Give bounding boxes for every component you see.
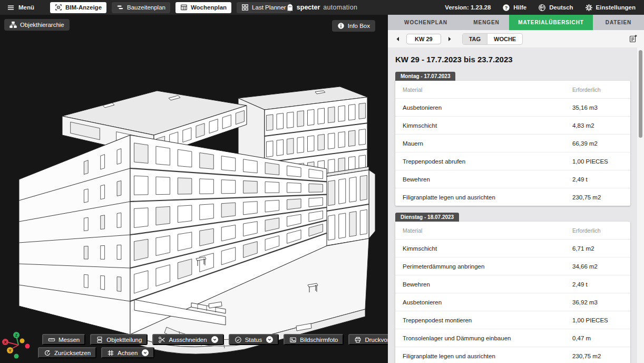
material-row: Bewehren2,49 t [395, 170, 630, 188]
specter-logo: specter automation [287, 0, 357, 15]
gantt-icon [116, 4, 124, 11]
toggle-woche[interactable]: WOCHE [487, 34, 522, 44]
required-quantity: 66,39 m2 [572, 140, 623, 147]
button-label: Zurücksetzen [54, 350, 91, 356]
material-name: Perimeterdämmung anbringen [403, 263, 572, 270]
topbar-right: Version: 1.23.28 ? Hilfe Deutsch Einstel… [445, 4, 644, 12]
required-quantity: 34,66 m2 [572, 263, 623, 270]
panel-scrollbar-thumb[interactable] [639, 50, 642, 138]
nav-label: Last Planner [252, 4, 286, 11]
nav-bim-anzeige[interactable]: BIM-Anzeige [50, 2, 106, 13]
settings-button[interactable]: Einstellungen [585, 4, 636, 12]
svg-text:?: ? [505, 5, 508, 10]
panel-tabs: WOCHENPLAN MENGEN MATERIALÜBERSICHT DATE… [388, 15, 644, 30]
tab-dateien[interactable]: DATEIEN [593, 15, 644, 30]
axis-gizmo[interactable]: Z X Y [1, 329, 34, 363]
column-header-material: Material [403, 227, 572, 234]
column-header-material: Material [403, 87, 572, 93]
day-sections: Montag - 17.07.2023 Material Erforderlic… [395, 71, 630, 363]
required-quantity: 230,75 m2 [572, 353, 623, 359]
required-quantity: 36,92 m3 [572, 299, 623, 305]
object-hierarchy-button[interactable]: Objekthierarchie [4, 19, 70, 31]
required-quantity: 230,75 m2 [572, 194, 623, 200]
bim-viewport[interactable]: Objekthierarchie Info Box Z X Y Messen O… [0, 15, 388, 363]
table-body: Kimmschicht6,71 m2Perimeterdämmung anbri… [395, 239, 630, 363]
achsen-button[interactable]: Achsen [101, 347, 154, 358]
table-header-row: Material Erforderlich [395, 222, 630, 239]
messen-button[interactable]: Messen [42, 334, 85, 345]
panel-scrollbar[interactable] [637, 30, 644, 363]
previous-week-button[interactable] [394, 35, 402, 43]
nav-wochenplan[interactable]: Wochenplan [175, 2, 231, 13]
material-name: Tronsolenlager und Dämmung einbauen [403, 335, 572, 341]
axis-neg-y-ball[interactable] [20, 339, 25, 343]
language-label: Deutsch [549, 4, 573, 11]
button-label: Messen [58, 337, 80, 343]
toggle-tag[interactable]: TAG [463, 34, 487, 44]
required-quantity: 4,83 m2 [572, 122, 623, 129]
material-row: Ausbetonieren35,16 m3 [395, 98, 630, 116]
day-chip-label: Dienstag - 18.07.2023 [401, 214, 454, 220]
menu-button[interactable]: Menü [0, 4, 34, 12]
required-quantity: 1,00 PIECES [572, 158, 623, 165]
objektteilung-button[interactable]: Objektteilung [90, 334, 148, 345]
info-box-label: Info Box [348, 23, 370, 29]
help-button[interactable]: ? Hilfe [502, 4, 526, 12]
nav-bauzeitenplan[interactable]: Bauzeitenplan [112, 2, 170, 13]
required-quantity: 2,49 t [572, 281, 623, 288]
material-name: Kimmschicht [403, 122, 572, 129]
material-row: Bewehren2,49 t [395, 275, 630, 293]
week-selector-button[interactable]: KW 29 [406, 34, 441, 44]
required-quantity: 2,49 t [572, 176, 623, 183]
tab-materialuebersicht[interactable]: MATERIALÜBERSICHT [509, 15, 593, 30]
tab-mengen[interactable]: MENGEN [464, 15, 509, 30]
material-row: Filigranplatte legen und ausrichten230,7… [395, 188, 630, 206]
material-overview-content: KW 29 - 17.7.2023 bis 23.7.2023 Montag -… [388, 47, 644, 363]
axis-neg-z-ball[interactable] [14, 354, 19, 359]
status-dropdown[interactable] [266, 336, 273, 343]
material-row: Ausbetonieren36,92 m3 [395, 293, 630, 311]
zuruecksetzen-button[interactable]: Zurücksetzen [38, 347, 96, 358]
ausschneiden-dropdown[interactable] [211, 336, 218, 343]
column-header-required: Erforderlich [572, 87, 623, 93]
version-label: Version: 1.23.28 [445, 4, 491, 11]
status-button[interactable]: Status [229, 334, 279, 345]
bim-view-icon [55, 4, 62, 11]
language-button[interactable]: Deutsch [538, 4, 573, 12]
info-box-button[interactable]: Info Box [332, 20, 375, 32]
printer-icon [354, 336, 362, 343]
scissors-icon [158, 336, 165, 343]
tab-wochenplan[interactable]: WOCHENPLAN [388, 15, 464, 30]
gear-icon [585, 4, 593, 12]
hamburger-icon [7, 4, 15, 12]
settings-label: Einstellungen [596, 4, 636, 11]
bim-model-3d[interactable] [0, 15, 388, 363]
top-bar: Menü BIM-Anzeige Bauzeitenplan Wochenpla… [0, 0, 644, 15]
nav-last-planner[interactable]: Last Planner [237, 2, 291, 13]
document-plus-icon [629, 34, 638, 43]
material-name: Kimmschicht [403, 245, 572, 252]
status-check-icon [235, 336, 242, 343]
object-hierarchy-label: Objekthierarchie [20, 22, 64, 28]
button-label: Status [245, 337, 262, 343]
druckvorschau-button[interactable]: Druckvorschau [348, 334, 388, 345]
day-chip: Dienstag - 18.07.2023 [395, 213, 459, 222]
chevron-down-icon [143, 350, 148, 355]
next-week-button[interactable] [446, 35, 453, 43]
required-quantity: 0,47 m [572, 335, 623, 341]
ghost-icon [287, 4, 294, 12]
material-row: Treppenpodest montieren1,00 PIECES [395, 311, 630, 329]
week-heading: KW 29 - 17.7.2023 bis 23.7.2023 [395, 55, 630, 64]
required-quantity: 35,16 m3 [572, 104, 623, 111]
export-report-button[interactable] [629, 34, 638, 43]
ausschneiden-button[interactable]: Ausschneiden [152, 334, 223, 345]
menu-label: Menü [18, 4, 34, 11]
nav-label: Wochenplan [191, 4, 227, 11]
material-table: Material Erforderlich Kimmschicht6,71 m2… [395, 222, 630, 363]
day-section: Montag - 17.07.2023 Material Erforderlic… [395, 71, 630, 206]
required-quantity: 6,71 m2 [572, 245, 623, 252]
day-chip: Montag - 17.07.2023 [395, 72, 455, 81]
axis-neg-x-ball[interactable] [25, 344, 30, 349]
achsen-dropdown[interactable] [142, 349, 149, 356]
bildschirmfoto-button[interactable]: Bildschirmfoto [284, 334, 344, 345]
